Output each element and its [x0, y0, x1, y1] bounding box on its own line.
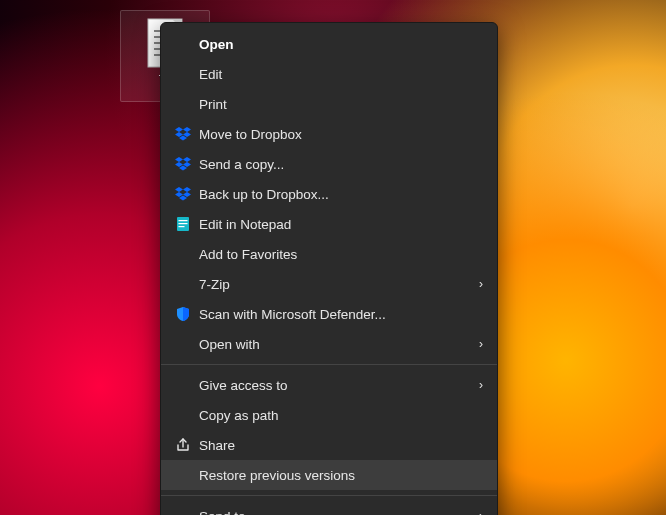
menu-send-a-copy[interactable]: Send a copy...	[161, 149, 497, 179]
share-icon	[171, 437, 195, 453]
svg-rect-23	[179, 220, 188, 221]
menu-scan-defender[interactable]: Scan with Microsoft Defender...	[161, 299, 497, 329]
shield-icon	[171, 306, 195, 322]
chevron-right-icon: ›	[469, 277, 483, 291]
notepad-icon	[171, 216, 195, 232]
menu-7zip[interactable]: 7-Zip ›	[161, 269, 497, 299]
dropbox-icon	[171, 186, 195, 202]
chevron-right-icon: ›	[469, 378, 483, 392]
menu-edit[interactable]: Edit	[161, 59, 497, 89]
menu-open-with[interactable]: Open with ›	[161, 329, 497, 359]
chevron-right-icon: ›	[469, 509, 483, 515]
chevron-right-icon: ›	[469, 337, 483, 351]
svg-marker-17	[175, 187, 183, 192]
svg-marker-12	[175, 157, 183, 162]
context-menu: Open Edit Print Move to Dropbox Send a c…	[160, 22, 498, 515]
menu-restore-previous-versions[interactable]: Restore previous versions	[161, 460, 497, 490]
menu-copy-as-path[interactable]: Copy as path	[161, 400, 497, 430]
menu-separator	[161, 364, 497, 365]
menu-add-to-favorites[interactable]: Add to Favorites	[161, 239, 497, 269]
svg-marker-13	[183, 157, 191, 162]
menu-move-to-dropbox[interactable]: Move to Dropbox	[161, 119, 497, 149]
svg-marker-7	[175, 127, 183, 132]
menu-edit-in-notepad[interactable]: Edit in Notepad	[161, 209, 497, 239]
menu-back-up-to-dropbox[interactable]: Back up to Dropbox...	[161, 179, 497, 209]
menu-open[interactable]: Open	[161, 29, 497, 59]
svg-rect-24	[179, 223, 188, 224]
svg-marker-18	[183, 187, 191, 192]
menu-send-to[interactable]: Send to ›	[161, 501, 497, 515]
menu-separator	[161, 495, 497, 496]
menu-give-access-to[interactable]: Give access to ›	[161, 370, 497, 400]
menu-print[interactable]: Print	[161, 89, 497, 119]
dropbox-icon	[171, 126, 195, 142]
menu-share[interactable]: Share	[161, 430, 497, 460]
svg-rect-25	[179, 226, 185, 227]
dropbox-icon	[171, 156, 195, 172]
svg-marker-8	[183, 127, 191, 132]
